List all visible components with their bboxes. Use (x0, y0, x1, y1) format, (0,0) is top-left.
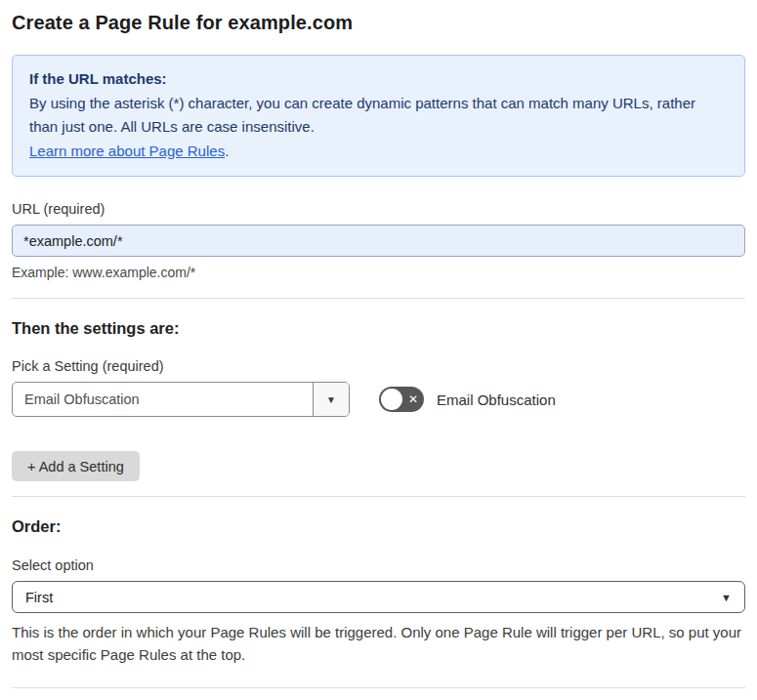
url-label: URL (required) (12, 201, 745, 217)
select-caret-icon: ▼ (721, 592, 732, 603)
info-box-link-line: Learn more about Page Rules. (29, 140, 728, 164)
setting-row: Email Obfuscation ▼ ✕ Email Obfuscation (12, 382, 745, 417)
settings-section-heading: Then the settings are: (12, 319, 745, 338)
divider (12, 687, 745, 688)
toggle-knob (381, 389, 402, 410)
url-matches-info-box: If the URL matches: By using the asteris… (12, 55, 745, 177)
url-input[interactable] (12, 225, 745, 257)
url-example-text: Example: www.example.com/* (12, 265, 745, 280)
toggle-label: Email Obfuscation (437, 391, 556, 408)
order-section-heading: Order: (12, 517, 745, 536)
learn-more-link[interactable]: Learn more about Page Rules (29, 143, 225, 159)
page-title: Create a Page Rule for example.com (12, 12, 745, 34)
divider (12, 298, 745, 299)
toggle-group: ✕ Email Obfuscation (379, 387, 556, 412)
setting-dropdown-value: Email Obfuscation (13, 383, 313, 416)
order-select[interactable]: First ▼ (12, 581, 745, 613)
order-select-value: First (25, 590, 53, 605)
dropdown-caret-icon[interactable]: ▼ (313, 383, 349, 416)
info-box-body: By using the asterisk (*) character, you… (29, 92, 728, 140)
info-box-heading: If the URL matches: (29, 67, 728, 92)
pick-setting-label: Pick a Setting (required) (12, 358, 745, 374)
email-obfuscation-toggle[interactable]: ✕ (379, 387, 424, 412)
add-setting-button[interactable]: + Add a Setting (12, 451, 140, 481)
divider (12, 496, 745, 497)
order-help-text: This is the order in which your Page Rul… (12, 621, 745, 666)
link-suffix: . (225, 143, 229, 159)
create-page-rule-form: Create a Page Rule for example.com If th… (12, 12, 745, 700)
toggle-off-x-icon: ✕ (408, 393, 418, 405)
select-option-label: Select option (12, 557, 745, 573)
setting-dropdown[interactable]: Email Obfuscation ▼ (12, 382, 350, 417)
